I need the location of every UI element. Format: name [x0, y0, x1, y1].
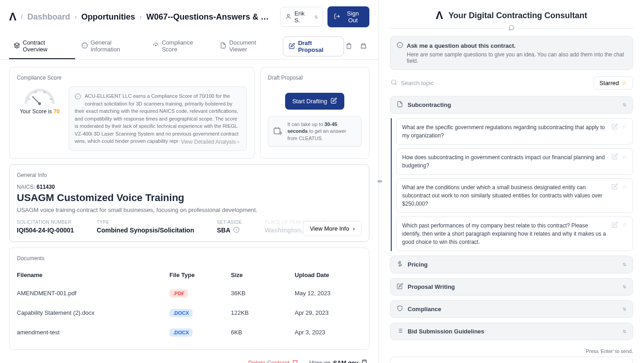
draft-card-title: Draft Proposal — [268, 75, 362, 81]
user-menu[interactable]: Erik S. ⇅ — [280, 7, 322, 27]
view-detailed-analysis-link[interactable]: View Detailed Analysis › — [178, 137, 242, 147]
star-icon[interactable]: ☆ — [622, 222, 627, 229]
search-placeholder: Search topic — [401, 80, 434, 86]
trash-icon[interactable] — [346, 43, 352, 50]
accordion-bid-submission[interactable]: Bid Submission Guidelines ⇅ — [390, 323, 633, 340]
ask-subtitle: Here are some sample questions to give y… — [407, 51, 626, 64]
svg-point-0 — [287, 14, 290, 16]
question-text: How does subcontracting in government co… — [402, 153, 607, 170]
cell-upload: May 12, 2023 — [295, 290, 362, 297]
building-icon[interactable] — [360, 43, 367, 50]
cell-upload: Apr 3, 2023 — [295, 329, 362, 336]
edit-icon[interactable] — [612, 183, 618, 191]
svg-text:60: 60 — [43, 91, 46, 94]
message-input[interactable]: Type your question here or choose from t… — [390, 357, 633, 363]
star-icon[interactable]: ☆ — [622, 153, 627, 161]
user-icon — [285, 13, 291, 21]
search-icon — [391, 79, 397, 87]
logout-icon — [334, 13, 340, 21]
table-row[interactable]: AMENDMENT-001.pdf .PDF 36KB May 12, 2023 — [17, 283, 362, 303]
star-icon[interactable]: ☆ — [622, 123, 627, 131]
sam-label: SAM.gov — [333, 359, 358, 363]
edit-icon — [397, 283, 403, 291]
col-filetype: File Type — [169, 272, 231, 278]
compliance-card-title: Compliance Score — [17, 75, 247, 81]
star-icon[interactable]: ☆ — [622, 183, 627, 191]
breadcrumb-title: W067--Questions-Answers & due… — [146, 12, 271, 22]
info-icon — [397, 42, 403, 50]
accordion-pricing[interactable]: Pricing ⇅ — [390, 256, 633, 273]
tab-label: General Information — [91, 39, 142, 53]
chevron-right-icon: › — [75, 13, 77, 20]
info-icon[interactable] — [233, 227, 240, 234]
accordion-title: Pricing — [408, 261, 428, 268]
breadcrumb-sep: / — [21, 13, 23, 20]
type-label: TYPE — [97, 220, 194, 225]
chevron-updown-icon: ⇅ — [623, 284, 626, 289]
question-item[interactable]: What are the conditions under which a sm… — [396, 178, 633, 213]
view-analysis-label: View Detailed Analysis — [181, 139, 236, 145]
cell-size: 6KB — [231, 329, 295, 336]
naics-value: 611430 — [36, 184, 55, 190]
view-on-label: View on — [309, 359, 330, 363]
chevron-updown-icon: ⇅ — [314, 15, 318, 20]
accordion-title: Subcontracting — [408, 101, 451, 108]
info-icon — [82, 42, 88, 50]
chevron-updown-icon: ⇅ — [623, 262, 626, 267]
table-row[interactable]: Capability Statement (2).docx .DOCX 122K… — [17, 303, 362, 323]
signout-button[interactable]: Sign Out — [327, 6, 369, 27]
documents-card-title: Documents — [17, 255, 362, 262]
question-text: What are the conditions under which a sm… — [402, 183, 607, 208]
search-input[interactable]: Search topic — [390, 76, 589, 90]
app-logo[interactable]: Λ — [9, 10, 16, 23]
edit-icon[interactable] — [612, 123, 618, 131]
chevron-updown-icon: ⇅ — [623, 307, 626, 312]
general-card-title: General Info — [17, 172, 362, 178]
start-drafting-label: Start Drafting — [292, 98, 327, 105]
accordion-title: Bid Submission Guidelines — [408, 328, 484, 335]
svg-text:80: 80 — [50, 98, 52, 101]
accordion-proposal-writing[interactable]: Proposal Writing ⇅ — [390, 278, 633, 296]
edit-icon[interactable] — [612, 153, 618, 161]
edit-icon — [331, 97, 337, 105]
accordion-compliance[interactable]: Compliance ⇅ — [390, 300, 633, 318]
type-value: Combined Synopsis/Solicitation — [97, 227, 194, 234]
tab-draft-proposal[interactable]: Draft Proposal — [283, 36, 344, 56]
svg-point-23 — [392, 80, 396, 84]
svg-marker-1 — [14, 43, 20, 45]
view-on-sam-link[interactable]: View on SAM.gov — [309, 359, 368, 363]
cell-upload: Apr 29, 2023 — [295, 309, 362, 316]
tab-general-information[interactable]: General Information — [77, 34, 147, 59]
tab-contract-overview[interactable]: Contract Overview — [9, 34, 75, 59]
delete-contract-link[interactable]: Delete Contract — [248, 359, 298, 363]
cell-filetype: .DOCX — [169, 329, 231, 336]
table-row[interactable]: amendment-test .DOCX 6KB Apr 3, 2023 — [17, 323, 362, 342]
breadcrumb-opportunities[interactable]: Opportunities — [82, 12, 135, 22]
tab-label: Compliance Score — [162, 39, 209, 53]
compliance-description: ACU-ELLIGENT LLC earns a Compliance Scor… — [69, 86, 247, 151]
edit-icon[interactable] — [612, 222, 618, 229]
svg-rect-5 — [361, 45, 365, 48]
question-item[interactable]: What are the specific government regulat… — [396, 118, 633, 145]
question-item[interactable]: Which past performances of my company be… — [396, 217, 633, 251]
splitter-handle[interactable]: ⇼ — [377, 177, 383, 185]
cell-filetype: .DOCX — [169, 309, 231, 316]
view-more-label: View More Info — [310, 225, 349, 232]
contract-description: USAGM voice training contract for small … — [17, 207, 362, 213]
sol-value: IQI504-24-IQ-00001 — [17, 227, 74, 234]
col-filename: Filename — [17, 272, 169, 278]
right-title: Your Digital Contracting Consultant — [449, 11, 588, 20]
tab-compliance-score[interactable]: Compliance Score — [148, 34, 214, 59]
start-drafting-button[interactable]: Start Drafting — [285, 93, 345, 110]
breadcrumb-dashboard[interactable]: Dashboard — [27, 12, 70, 22]
svg-line-7 — [32, 96, 40, 104]
tab-label: Contract Overview — [23, 39, 71, 53]
starred-button[interactable]: Starred ☆ — [593, 76, 633, 90]
enter-hint: Press 'Enter' to send. — [390, 348, 633, 354]
view-more-info-button[interactable]: View More Info › — [303, 221, 362, 236]
tab-document-viewer[interactable]: Document Viewer — [215, 34, 279, 59]
contract-title: USAGM Customized Voice Training — [17, 192, 362, 204]
accordion-title: Compliance — [408, 306, 441, 313]
accordion-subcontracting[interactable]: Subcontracting ⇅ — [390, 96, 633, 114]
question-item[interactable]: How does subcontracting in government co… — [396, 148, 633, 175]
